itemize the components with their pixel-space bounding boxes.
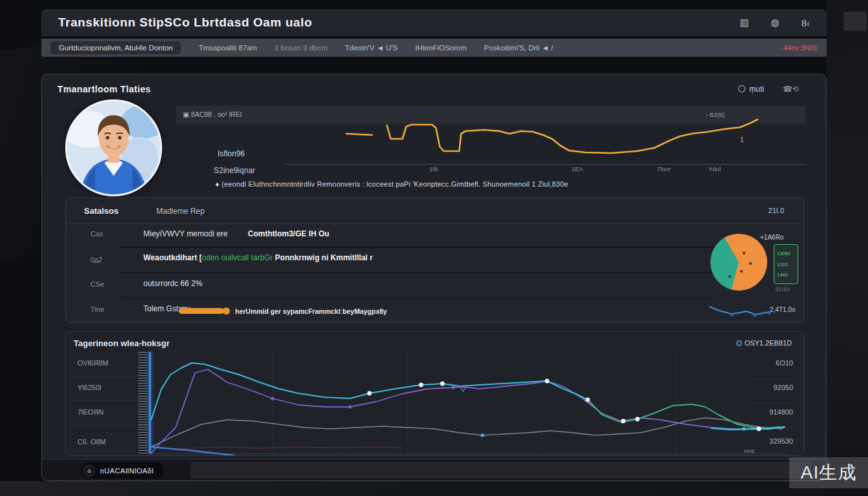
user-link-icon[interactable]: 8‹: [801, 17, 810, 28]
footer-pill-button[interactable]: o nUACAllNlOAδl: [81, 462, 164, 479]
series-red: [182, 447, 402, 449]
timeline-right-divider: [748, 379, 793, 380]
avatar: [65, 99, 162, 196]
timeline-axis-ticks: [138, 352, 147, 454]
stats-row1-text-a: MieyïVWVY memodi ere: [143, 229, 227, 238]
panel-footer: o nUACAllNlOAδl: [42, 459, 827, 481]
triangle-marker: [460, 387, 466, 391]
phone-tools-icon[interactable]: ☎⟲: [783, 85, 799, 94]
main-panel: Tmanartloom Tlaties ṃuti ☎⟲ ▣ 8AC88 . oo…: [41, 74, 827, 481]
app-title: Transkitionn StipSCo Lbrtdasd Oam ualo: [58, 16, 312, 30]
stats-subtitle[interactable]: Madleme Rep: [156, 207, 205, 216]
legend-box-value-2: 1310: [777, 262, 795, 267]
series-gray: [151, 418, 783, 447]
refresh-label: ṃuti: [749, 85, 764, 94]
timeline-right-value-3: 914800: [726, 408, 793, 416]
nav-item-2[interactable]: Tmsapoaliti 87am: [198, 44, 257, 52]
nav-item-3[interactable]: 1 bosan 9 dbcm: [274, 44, 327, 52]
series-purple: [151, 369, 783, 453]
timeline-right-divider: [748, 428, 793, 428]
nav-alert-text: · 44nv:3N01: [779, 44, 818, 52]
series-teal: [151, 363, 595, 420]
progress-bar[interactable]: [179, 308, 224, 314]
axis-tick-1: 1fti.: [429, 165, 439, 172]
stats-row2-text-pre: Weaoutkdihart [: [143, 253, 202, 262]
activity-line-dash: [346, 134, 372, 135]
stats-row2-text-post: Ponnkrnwig ni Kmmitlllal r: [273, 253, 373, 262]
footer-pill-icon: o: [83, 465, 95, 477]
profile-badge: ▣ 8AC88 . oo¹ lREl: [183, 110, 242, 118]
grid-icon[interactable]: ▥: [739, 17, 749, 28]
nav-item-6[interactable]: Poskoitimi'S, Drli ◄ /: [484, 44, 553, 52]
stats-row-divider: [121, 298, 715, 298]
footer-pill-label: nUACAllNlOAδl: [100, 467, 154, 475]
stats-row4-label: Tlne: [90, 305, 104, 313]
progress-bar-handle[interactable]: [223, 307, 230, 315]
axis-tick-3: 7foor: [657, 165, 671, 172]
timeline-right-value-4: 329530: [726, 437, 793, 445]
stats-row1-label: Cas: [90, 230, 103, 238]
timeline-left-label-1[interactable]: OVl6Я8M: [78, 359, 142, 367]
ai-watermark: AI生成: [789, 457, 868, 488]
panel-title: Tmanartloom Tlaties: [57, 84, 151, 94]
timeline-right-divider: [748, 403, 793, 404]
header-icons: ▥ ◍ 8‹: [739, 17, 810, 28]
legend-box: 13060 1310 1440: [774, 244, 798, 284]
stats-header-value: 21I.0: [769, 207, 784, 214]
timeline-left-divider: [71, 400, 147, 401]
activity-line-main: [387, 119, 758, 153]
axis-tick-4: Ydul: [708, 165, 721, 172]
nav-item-4[interactable]: Tdeotn'V ◄ U'S: [345, 44, 398, 52]
timeline-chart: [149, 352, 788, 455]
timeline-left-divider: [71, 425, 147, 426]
pie-dot: [743, 252, 745, 254]
profile-description: ● (eeondl Eluthnchnmntntirdliv Remoonver…: [215, 180, 568, 188]
stats-side-plus-value: +1A6Ro: [760, 234, 783, 241]
stats-row2-text: Weaoutkdihart [oden ouilvcall tarbGr Pon…: [143, 253, 373, 262]
refresh-button[interactable]: ṃuti: [738, 85, 764, 94]
timeline-header-value: OSY1.2EB81D: [736, 339, 792, 347]
legend-box-value-1: 13060: [777, 251, 795, 256]
nav-item-1[interactable]: Gurtduciopnnalivm, AtuHle Donton: [50, 41, 181, 54]
pie-dot: [749, 262, 752, 265]
timeline-left-divider: [71, 376, 147, 377]
timeline-left-label-2[interactable]: Yl6250l: [78, 384, 142, 391]
crest-icon[interactable]: ◍: [771, 17, 780, 28]
stats-row-divider: [121, 247, 715, 248]
stats-row3-text: outsrrordc 66 2%: [143, 279, 202, 288]
profile-axis-line: [285, 164, 805, 165]
sparkline-line: [710, 307, 769, 315]
background-bottom-strip: [0, 481, 868, 496]
status-dot-icon: [736, 340, 742, 346]
stats-row2-text-green[interactable]: oden ouilvcall tarbGr: [202, 253, 273, 262]
pie-dot: [740, 270, 743, 273]
timeline-title: Tagerineon wlea-hoksgr: [74, 338, 170, 348]
stats-sparkline: [708, 302, 779, 321]
stats-row1-text: MieyïVWVY memodi ere Comthtlom3/GE IH Ou: [143, 229, 329, 238]
timeline-right-value-2: 92050: [726, 384, 793, 391]
stats-card: Satalsos Madleme Rep 21I.0 Cas MieyïVWVY…: [65, 198, 804, 323]
panel-footer-strip: [191, 462, 811, 479]
stats-row3-label: CSe: [90, 280, 104, 288]
timeline-left-label-4[interactable]: C6. O8M: [78, 438, 142, 446]
stats-row2-label: 0д2: [90, 256, 103, 264]
timeline-value-text: OSY1.2EB81D: [745, 339, 792, 347]
profile-activity-chart: [298, 118, 763, 158]
pie-dot: [728, 275, 731, 278]
timeline-left-label-3[interactable]: 7lEOЯN: [78, 408, 142, 416]
stats-header-divider: [66, 223, 803, 224]
timeline-right-value-1: 6O10: [726, 359, 793, 367]
stats-row-divider: [121, 272, 715, 273]
background-corner-box: [843, 12, 867, 31]
timeline-card: Tagerineon wlea-hoksgr OSY1.2EB81D OVl6Я…: [65, 331, 804, 456]
nav-item-5[interactable]: IHtenFiOSorom: [415, 44, 467, 52]
refresh-icon: [738, 85, 745, 92]
axis-tick-2: 1EA: [572, 165, 583, 172]
teal-dots: [480, 427, 746, 437]
legend-box-footer: 31I10: [775, 286, 790, 293]
background-band: [827, 0, 868, 496]
profile-name-line2: S2ine9iqnar: [214, 166, 255, 175]
chart-note: › B2(6): [706, 111, 725, 118]
app-header: Transkitionn StipSCo Lbrtdasd Oam ualo ▥…: [41, 9, 827, 36]
timeline-corner-note: HH8: [744, 448, 754, 454]
